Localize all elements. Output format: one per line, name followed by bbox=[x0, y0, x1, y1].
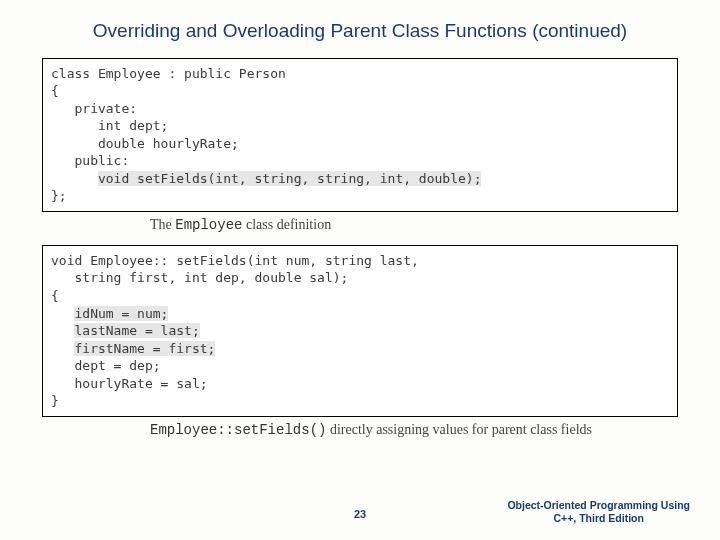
slide-title: Overriding and Overloading Parent Class … bbox=[0, 0, 720, 52]
code-line: }; bbox=[51, 187, 669, 205]
code-line: lastName = last; bbox=[51, 322, 669, 340]
code-line: idNum = num; bbox=[51, 305, 669, 323]
code-line: void Employee:: setFields(int num, strin… bbox=[51, 252, 669, 270]
page-number: 23 bbox=[354, 508, 366, 520]
code-line: private: bbox=[51, 100, 669, 118]
caption-mono: Employee::setFields() bbox=[150, 422, 326, 438]
code-box-setfields-impl: void Employee:: setFields(int num, strin… bbox=[42, 245, 678, 417]
highlight: lastName = last; bbox=[74, 323, 199, 338]
caption-class-definition: The Employee class definition bbox=[150, 216, 678, 235]
code-line: firstName = first; bbox=[51, 340, 669, 358]
code-line: void setFields(int, string, string, int,… bbox=[51, 170, 669, 188]
highlight: idNum = num; bbox=[74, 306, 168, 321]
code-line: double hourlyRate; bbox=[51, 135, 669, 153]
code-line: { bbox=[51, 287, 669, 305]
code-line: class Employee : public Person bbox=[51, 65, 669, 83]
highlight: void setFields(int, string, string, int,… bbox=[98, 171, 482, 186]
caption-mono: Employee bbox=[175, 217, 242, 233]
code-line: string first, int dep, double sal); bbox=[51, 269, 669, 287]
code-line: hourlyRate = sal; bbox=[51, 375, 669, 393]
code-line: public: bbox=[51, 152, 669, 170]
book-reference: Object-Oriented Programming UsingC++, Th… bbox=[507, 499, 690, 526]
code-line: dept = dep; bbox=[51, 357, 669, 375]
code-box-class-definition: class Employee : public Person { private… bbox=[42, 58, 678, 212]
highlight: firstName = first; bbox=[74, 341, 215, 356]
code-line: int dept; bbox=[51, 117, 669, 135]
caption-setfields: Employee::setFields() directly assigning… bbox=[150, 421, 678, 440]
code-line: { bbox=[51, 82, 669, 100]
code-line: } bbox=[51, 392, 669, 410]
